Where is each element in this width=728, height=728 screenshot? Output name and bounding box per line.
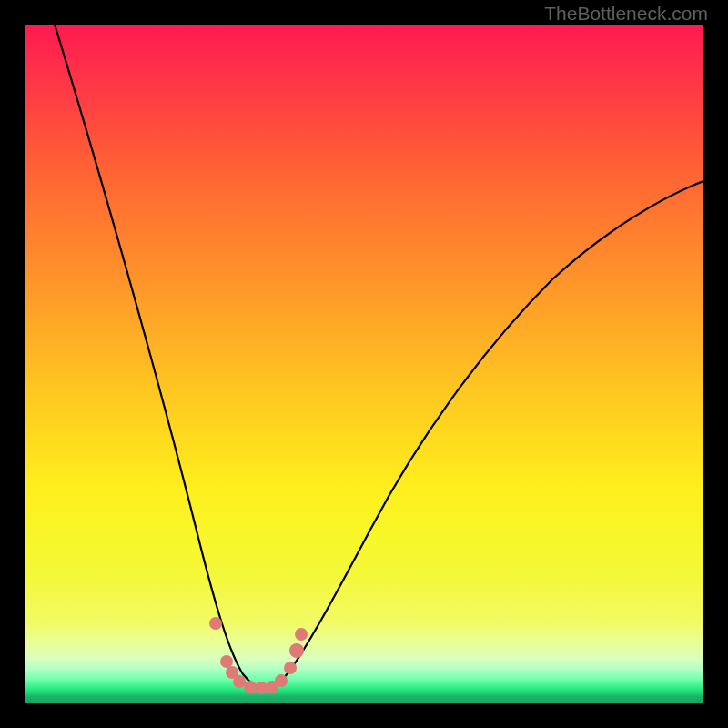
marker-dot bbox=[289, 643, 304, 658]
marker-dot bbox=[295, 628, 308, 641]
curve-layer bbox=[25, 25, 703, 703]
marker-dot bbox=[244, 681, 257, 693]
marker-dot bbox=[275, 674, 288, 687]
watermark-text: TheBottleneck.com bbox=[544, 3, 708, 25]
chart-frame: TheBottleneck.com bbox=[0, 0, 728, 728]
marker-dot bbox=[220, 655, 233, 668]
marker-dot bbox=[233, 675, 246, 688]
plot-area bbox=[25, 25, 703, 703]
marker-dot bbox=[209, 617, 222, 630]
bottleneck-curve bbox=[52, 25, 703, 688]
marker-dot bbox=[284, 662, 297, 674]
marker-dot bbox=[255, 682, 268, 694]
